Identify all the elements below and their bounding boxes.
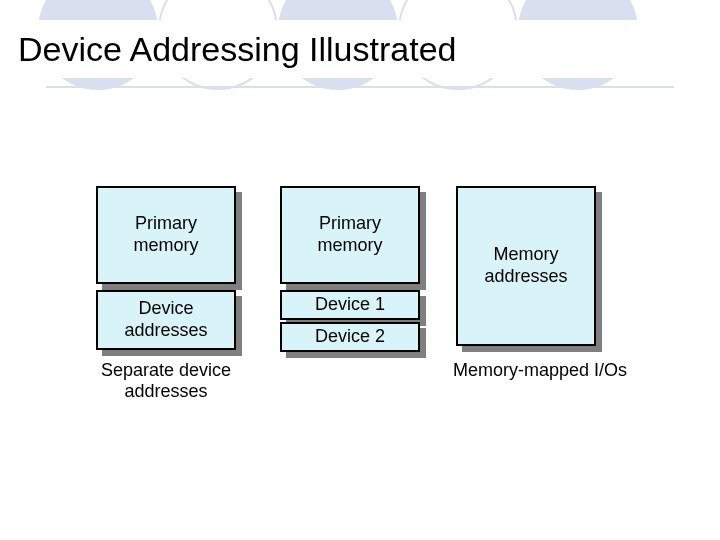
middle-primary-memory-box: Primarymemory	[280, 186, 420, 284]
left-device-addresses-box: Deviceaddresses	[96, 290, 236, 350]
title-bar: Device Addressing Illustrated	[0, 20, 720, 78]
middle-device1-box: Device 1	[280, 290, 420, 320]
title-underline	[46, 86, 674, 88]
left-caption: Separate deviceaddresses	[84, 360, 248, 402]
slide: Device Addressing Illustrated Primarymem…	[0, 0, 720, 540]
slide-title: Device Addressing Illustrated	[18, 30, 456, 69]
middle-device2-box: Device 2	[280, 322, 420, 352]
left-primary-memory-box: Primarymemory	[96, 186, 236, 284]
right-caption: Memory-mapped I/Os	[440, 360, 640, 381]
right-memory-addresses-box: Memoryaddresses	[456, 186, 596, 346]
